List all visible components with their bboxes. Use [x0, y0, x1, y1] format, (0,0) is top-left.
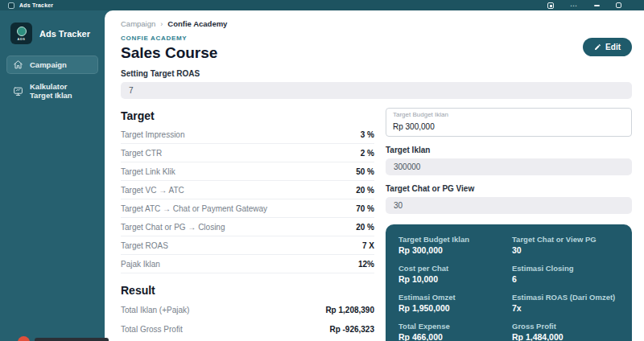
summary-cell-value: 7x [512, 303, 619, 313]
target-row-value: 3 % [361, 130, 374, 139]
target-row-value: 12% [358, 260, 374, 269]
target-row-label: Pajak Iklan [121, 260, 160, 269]
minimize-icon[interactable] [594, 2, 600, 10]
target-heading: Target [121, 109, 374, 122]
window-controls: ⋯ [547, 2, 621, 10]
app-logo: ADS [10, 23, 32, 44]
result-row-value: Rp -926,323 [329, 325, 374, 334]
sidebar-item-campaign[interactable]: Campaign [6, 55, 98, 74]
budget-input-label: Target Budget Iklan [393, 111, 625, 118]
summary-cell-value: 6 [512, 274, 619, 284]
result-row-value: Rp 1,208,390 [325, 306, 374, 314]
target-chat-input[interactable] [386, 197, 632, 214]
summary-cell-value: Rp 1,950,000 [398, 303, 506, 313]
summary-cell: Estimasi ROAS (Dari Omzet) 7x [512, 293, 619, 313]
edit-button-label: Edit [605, 43, 621, 51]
target-row: Target Impression 3 % [121, 125, 374, 144]
target-row-label: Target Impression [121, 130, 184, 139]
record-dot-icon [18, 336, 30, 341]
target-row-value: 70 % [356, 204, 374, 213]
summary-cell: Target Budget Iklan Rp 300,000 [398, 235, 506, 255]
screen-capture-icon[interactable] [547, 2, 554, 10]
summary-cell: Gross Profit Rp 1,484,000 [512, 322, 619, 341]
window-title: Ads Tracker [19, 2, 53, 8]
target-row-label: Target ATC → Chat or Payment Gateway [121, 204, 267, 213]
breadcrumb-current: Confie Academy [167, 19, 227, 28]
summary-cell-label: Target Chat or View PG [512, 235, 619, 244]
summary-cell-label: Estimasi Closing [512, 264, 619, 273]
target-row: Target VC → ATC 20 % [121, 181, 374, 199]
chevron-right-icon: › [160, 20, 163, 28]
pencil-icon [594, 43, 601, 51]
calculator-icon [13, 86, 23, 97]
target-row: Pajak Iklan 12% [121, 255, 374, 273]
summary-cell: Estimasi Omzet Rp 1,950,000 [398, 293, 506, 313]
result-row: Total Iklan (+Pajak) Rp 1,208,390 [121, 300, 374, 319]
main-panel: Campaign › Confie Academy CONFIE ACADEMY… [105, 10, 644, 341]
target-row-value: 7 X [362, 241, 374, 250]
sidebar-item-label: Campaign [30, 60, 67, 69]
result-heading: Result [121, 284, 374, 297]
target-row-value: 50 % [356, 167, 374, 176]
watermark-strip [35, 338, 109, 341]
logo-circle-icon [17, 27, 27, 36]
titlebar: Ads Tracker ⋯ [0, 0, 644, 10]
maximize-icon[interactable] [616, 2, 621, 10]
result-row-label: Total Gross Profit [121, 325, 183, 334]
calculator-column: Target Budget Iklan Target Iklan Target … [386, 105, 632, 341]
budget-input-group: Target Budget Iklan [386, 108, 632, 137]
breadcrumb-parent[interactable]: Campaign [121, 19, 155, 28]
target-row-label: Target ROAS [121, 241, 168, 250]
result-row: Total Gross Profit Rp -926,323 [121, 319, 374, 339]
home-icon [13, 60, 23, 70]
target-rows: Target Impression 3 % Target CTR 2 % Tar… [121, 125, 374, 273]
summary-cell-label: Gross Profit [512, 322, 619, 331]
edit-button[interactable]: Edit [583, 38, 632, 56]
target-iklan-label: Target Iklan [386, 146, 632, 154]
breadcrumb: Campaign › Confie Academy [121, 19, 632, 28]
summary-cell-value: Rp 300,000 [398, 245, 506, 255]
recording-watermark [18, 336, 109, 341]
sidebar-item-kalkulator-target-iklan[interactable]: Kalkulator Target Iklan [6, 78, 98, 104]
summary-cell-value: Rp 1,484,000 [512, 332, 619, 341]
target-iklan-input[interactable] [386, 158, 632, 175]
summary-cell-value: Rp 466,000 [398, 332, 506, 341]
summary-cell-label: Estimasi Omzet [398, 293, 506, 302]
target-column: Target Target Impression 3 % Target CTR … [121, 105, 374, 341]
summary-cell: Estimasi Closing 6 [512, 264, 619, 284]
summary-cell-label: Target Budget Iklan [398, 235, 506, 244]
summary-cell-label: Cost per Chat [398, 264, 506, 273]
summary-cell-label: Estimasi ROAS (Dari Omzet) [512, 293, 619, 302]
page-title: Sales Course [121, 44, 217, 62]
app-icon [8, 2, 14, 9]
target-row-value: 20 % [356, 223, 374, 232]
target-row-value: 20 % [356, 186, 374, 195]
result-row-label: Total Iklan (+Pajak) [121, 306, 189, 314]
summary-cell-value: Rp 10,000 [398, 274, 506, 284]
sidebar-nav: Campaign Kalkulator Target Iklan [0, 55, 105, 104]
result-rows: Total Iklan (+Pajak) Rp 1,208,390 Total … [121, 300, 374, 339]
target-row: Target ATC → Chat or Payment Gateway 70 … [121, 199, 374, 218]
roas-setting-label: Setting Target ROAS [121, 69, 632, 78]
summary-cell: Cost per Chat Rp 10,000 [398, 264, 506, 284]
summary-cell: Total Expense Rp 466,000 [398, 322, 506, 341]
target-row: Target ROAS 7 X [121, 236, 374, 255]
summary-cell: Target Chat or View PG 30 [512, 235, 619, 255]
summary-cell-value: 30 [512, 245, 619, 255]
logo-text: ADS [18, 37, 26, 41]
sidebar-item-label: Kalkulator Target Iklan [30, 82, 92, 100]
target-row-label: Target CTR [121, 149, 162, 158]
budget-input[interactable] [393, 122, 625, 131]
brand-row: ADS Ads Tracker [0, 10, 105, 55]
more-options-icon[interactable]: ⋯ [570, 2, 578, 10]
target-row: Target Link Klik 50 % [121, 162, 374, 181]
target-row: Target CTR 2 % [121, 144, 374, 162]
summary-card: Target Budget Iklan Rp 300,000 Target Ch… [386, 224, 632, 341]
roas-setting-input[interactable] [121, 82, 632, 99]
campaign-category-label: CONFIE ACADEMY [121, 35, 217, 42]
target-chat-label: Target Chat or PG View [386, 184, 632, 193]
target-row-label: Target VC → ATC [121, 186, 184, 195]
page-header: CONFIE ACADEMY Sales Course Edit [121, 35, 632, 62]
brand-name: Ads Tracker [39, 29, 90, 39]
target-row-label: Target Link Klik [121, 167, 175, 176]
